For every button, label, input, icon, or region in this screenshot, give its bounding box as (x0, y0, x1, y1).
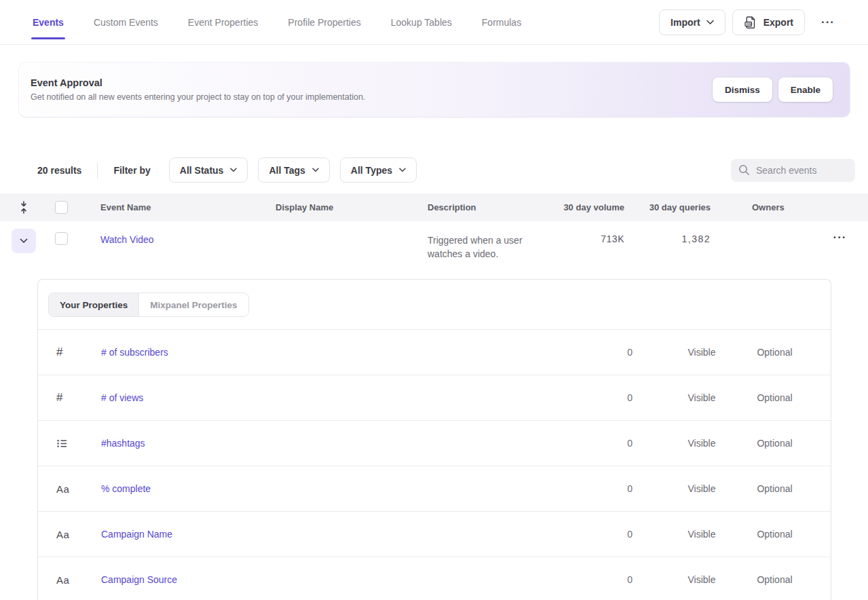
column-header-30-day-volume: 30 day volume (550, 202, 624, 212)
event-owners (717, 221, 808, 233)
lexicon-tab-bar: Events Custom Events Event Properties Pr… (33, 17, 551, 28)
search-icon (738, 164, 750, 176)
event-properties-panel: Your Properties Mixpanel Properties # # … (37, 279, 831, 600)
top-navigation: Events Custom Events Event Properties Pr… (0, 0, 868, 45)
dismiss-button[interactable]: Dismiss (713, 77, 772, 102)
text-type-icon: Aa (56, 529, 69, 540)
event-30-day-volume: 713K (550, 221, 624, 244)
chevron-down-icon (399, 168, 406, 172)
text-type-icon: Aa (56, 483, 69, 495)
search-events-box (731, 159, 855, 182)
property-sample-count: 0 (563, 438, 664, 449)
property-type-cell: # (38, 345, 101, 359)
property-requirement: Optional (739, 438, 810, 449)
chevron-down-icon (20, 238, 28, 244)
property-visibility: Visible (664, 574, 739, 585)
property-name-link[interactable]: Campaign Name (101, 529, 172, 540)
chevron-down-icon (312, 168, 319, 172)
number-type-icon: # (56, 391, 62, 405)
import-button[interactable]: Import (659, 10, 725, 35)
property-type-cell: Aa (38, 574, 101, 586)
events-table-header: Event Name Display Name Description 30 d… (0, 193, 868, 221)
event-display-name (276, 221, 428, 233)
property-row: # # of views 0 Visible Optional (38, 375, 831, 420)
export-button[interactable]: csv Export (732, 10, 805, 35)
results-count: 20 results (37, 165, 81, 176)
collapse-all-button[interactable] (17, 199, 31, 216)
banner-actions: Dismiss Enable (713, 77, 833, 102)
property-requirement: Optional (739, 483, 810, 494)
types-filter-dropdown[interactable]: All Types (340, 157, 417, 183)
status-filter-label: All Status (180, 165, 224, 176)
property-visibility: Visible (664, 529, 739, 540)
property-row: Aa Campaign Name 0 Visible Optional (38, 511, 831, 557)
property-requirement: Optional (739, 529, 810, 540)
search-events-input[interactable] (756, 165, 844, 176)
property-name-link[interactable]: # of views (101, 392, 143, 403)
status-filter-dropdown[interactable]: All Status (169, 157, 248, 183)
column-header-30-day-queries: 30 day queries (624, 202, 717, 212)
tab-events[interactable]: Events (33, 17, 64, 28)
event-name-link[interactable]: Watch Video (100, 234, 154, 245)
collapse-row-button[interactable] (12, 229, 36, 253)
nav-overflow-menu-button[interactable]: ··· (816, 13, 840, 32)
number-type-icon: # (56, 345, 62, 359)
property-requirement: Optional (739, 347, 810, 358)
svg-text:csv: csv (746, 22, 751, 26)
list-type-icon (56, 438, 68, 449)
text-type-icon: Aa (56, 574, 69, 586)
property-type-cell: Aa (38, 529, 101, 540)
event-30-day-queries: 1,382 (624, 221, 717, 244)
select-all-checkbox[interactable] (55, 201, 68, 214)
tab-formulas[interactable]: Formulas (482, 17, 521, 28)
tab-event-properties[interactable]: Event Properties (188, 17, 259, 28)
import-button-label: Import (671, 17, 700, 28)
property-visibility: Visible (664, 483, 739, 494)
property-requirement: Optional (739, 574, 810, 585)
event-approval-banner: Event Approval Get notified on all new e… (19, 62, 850, 117)
column-header-event-name: Event Name (76, 202, 276, 212)
nav-actions: Import csv Export ··· (659, 10, 840, 35)
chevron-down-icon (230, 168, 237, 172)
event-description: Triggered when a user watches a video. (428, 221, 543, 261)
column-header-owners: Owners (717, 202, 808, 212)
property-visibility: Visible (664, 438, 739, 449)
tab-custom-events[interactable]: Custom Events (94, 17, 158, 28)
property-sample-count: 0 (563, 574, 664, 585)
property-row: Aa % complete 0 Visible Optional (38, 466, 831, 511)
row-overflow-menu-button[interactable]: ··· (828, 228, 852, 247)
property-row: # # of subscribers 0 Visible Optional (38, 329, 831, 375)
column-header-description: Description (428, 202, 550, 212)
chevron-down-icon (706, 20, 714, 25)
property-name-link[interactable]: % complete (101, 483, 151, 494)
property-requirement: Optional (739, 392, 810, 403)
divider (97, 162, 98, 179)
property-type-cell: # (38, 391, 101, 405)
properties-tab-group: Your Properties Mixpanel Properties (48, 293, 249, 317)
column-header-display-name: Display Name (276, 202, 428, 212)
banner-description: Get notified on all new events entering … (31, 92, 365, 102)
property-row: Aa Campaign Source 0 Visible Optional (38, 557, 831, 600)
property-type-cell (38, 438, 101, 449)
tab-profile-properties[interactable]: Profile Properties (288, 17, 360, 28)
tags-filter-dropdown[interactable]: All Tags (258, 157, 329, 183)
tags-filter-label: All Tags (269, 165, 305, 176)
property-visibility: Visible (664, 347, 739, 358)
banner-title: Event Approval (31, 77, 365, 88)
property-name-link[interactable]: #hashtags (101, 438, 145, 449)
tab-your-properties[interactable]: Your Properties (49, 293, 139, 316)
event-row-watch-video: Watch Video Triggered when a user watche… (0, 221, 868, 269)
property-sample-count: 0 (563, 483, 664, 494)
enable-button[interactable]: Enable (778, 77, 833, 102)
filters-toolbar: 20 results Filter by All Status All Tags… (0, 157, 868, 183)
property-sample-count: 0 (563, 392, 664, 403)
property-name-link[interactable]: Campaign Source (101, 574, 177, 585)
csv-file-icon: csv (744, 15, 757, 29)
tab-lookup-tables[interactable]: Lookup Tables (391, 17, 452, 28)
property-type-cell: Aa (38, 483, 101, 495)
row-checkbox[interactable] (55, 232, 68, 245)
tab-mixpanel-properties[interactable]: Mixpanel Properties (139, 293, 248, 316)
properties-list: # # of subscribers 0 Visible Optional # (38, 329, 831, 600)
property-row: #hashtags 0 Visible Optional (38, 420, 831, 466)
property-name-link[interactable]: # of subscribers (101, 347, 168, 358)
